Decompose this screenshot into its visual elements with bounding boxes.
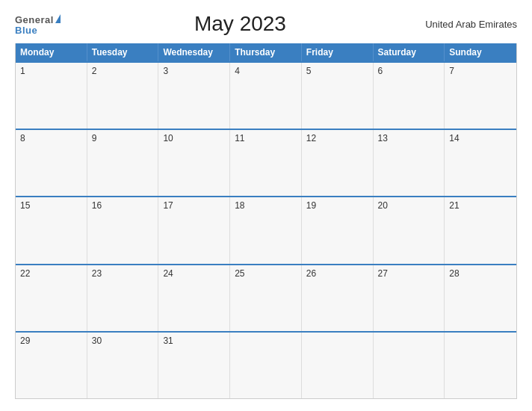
day-number: 9 [92,133,97,143]
day-cell-3-7: 21 [445,197,516,263]
header-wednesday: Wednesday [158,43,230,61]
day-cell-2-7: 14 [445,130,516,196]
day-number: 8 [20,133,25,143]
day-number: 31 [163,336,173,346]
day-cell-4-3: 24 [158,265,230,331]
day-number: 18 [235,200,244,211]
day-cell-4-4: 25 [230,265,302,331]
calendar-header: Monday Tuesday Wednesday Thursday Friday… [16,43,516,61]
day-number: 14 [449,133,459,143]
day-number: 22 [20,268,30,279]
day-cell-2-1: 8 [16,130,87,196]
day-cell-2-4: 11 [230,130,302,196]
day-number: 17 [163,200,173,211]
day-cell-4-6: 27 [374,265,445,331]
day-number: 16 [92,200,102,211]
day-number: 5 [306,66,312,76]
page: General Blue May 2023 United Arab Emirat… [0,0,532,411]
day-number: 26 [306,268,316,279]
day-cell-4-2: 23 [87,265,159,331]
day-cell-1-2: 2 [87,63,159,129]
logo-triangle-icon [55,14,61,23]
day-cell-1-3: 3 [158,63,230,129]
day-cell-1-7: 7 [445,63,516,129]
day-number: 30 [92,336,102,346]
day-number: 29 [20,336,30,346]
day-number: 1 [20,66,25,76]
country-label: United Arab Emirates [420,19,517,30]
day-cell-3-4: 18 [230,197,302,263]
header-tuesday: Tuesday [87,43,159,61]
day-number: 28 [449,268,459,279]
day-cell-5-6 [374,333,445,398]
calendar-title: May 2023 [61,12,420,36]
day-cell-5-3: 31 [158,333,230,398]
day-cell-5-1: 29 [16,333,87,398]
calendar-body: 1234567891011121314151617181920212223242… [16,61,516,398]
day-cell-5-4 [230,333,302,398]
day-cell-5-5 [302,333,374,398]
day-number: 15 [20,200,30,211]
week-3: 15161718192021 [16,196,516,263]
header-monday: Monday [16,43,87,61]
day-number: 20 [378,200,388,211]
day-number: 23 [92,268,102,279]
day-cell-5-2: 30 [87,333,159,398]
header: General Blue May 2023 United Arab Emirat… [15,12,517,36]
day-number: 3 [163,66,168,76]
day-number: 13 [378,133,388,143]
day-number: 7 [449,66,454,76]
day-cell-3-5: 19 [302,197,374,263]
day-number: 27 [378,268,388,279]
day-number: 19 [306,200,316,211]
day-number: 12 [306,133,316,143]
day-number: 10 [163,133,173,143]
day-cell-2-2: 9 [87,130,159,196]
week-4: 22232425262728 [16,264,516,331]
day-number: 21 [449,200,459,211]
day-cell-4-7: 28 [445,265,516,331]
day-cell-2-3: 10 [158,130,230,196]
logo-general: General [15,13,61,25]
day-cell-2-6: 13 [374,130,445,196]
day-cell-3-3: 17 [158,197,230,263]
day-cell-4-1: 22 [16,265,87,331]
day-number: 2 [92,66,97,76]
day-number: 25 [235,268,244,279]
day-cell-2-5: 12 [302,130,374,196]
day-cell-3-6: 20 [374,197,445,263]
week-1: 1234567 [16,61,516,129]
day-cell-5-7 [445,333,516,398]
day-cell-1-6: 6 [374,63,445,129]
day-cell-1-5: 5 [302,63,374,129]
week-2: 891011121314 [16,129,516,196]
day-cell-1-4: 4 [230,63,302,129]
day-number: 24 [163,268,173,279]
logo: General Blue [15,13,61,35]
header-sunday: Sunday [445,43,516,61]
header-thursday: Thursday [230,43,302,61]
header-friday: Friday [302,43,374,61]
day-number: 11 [235,133,244,143]
day-cell-3-2: 16 [87,197,159,263]
day-cell-3-1: 15 [16,197,87,263]
day-number: 4 [235,66,240,76]
day-number: 6 [378,66,383,76]
day-cell-1-1: 1 [16,63,87,129]
calendar: Monday Tuesday Wednesday Thursday Friday… [15,43,517,399]
header-saturday: Saturday [374,43,445,61]
logo-blue: Blue [15,25,37,35]
week-5: 293031 [16,331,516,398]
day-cell-4-5: 26 [302,265,374,331]
